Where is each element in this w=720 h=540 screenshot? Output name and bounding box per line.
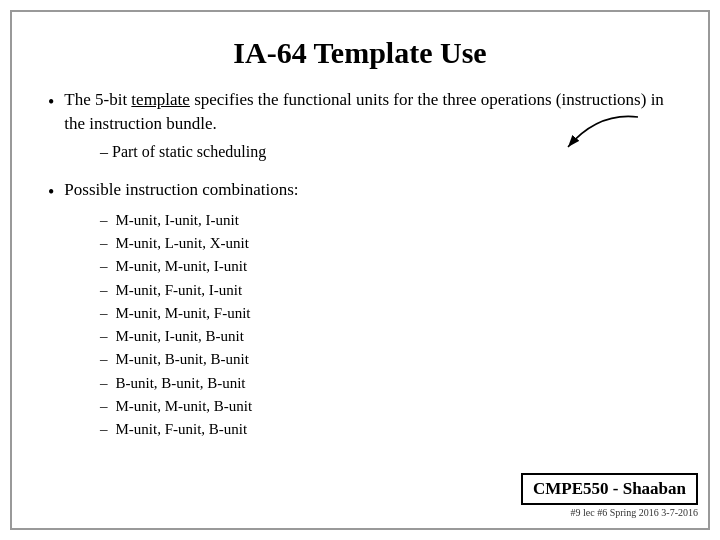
bullet-2-section: • Possible instruction combinations: –M-… bbox=[48, 178, 672, 442]
list-item: –M-unit, I-unit, I-unit bbox=[100, 209, 672, 232]
bullet-2: • Possible instruction combinations: bbox=[48, 178, 672, 205]
bullet-1-section: • The 5-bit template specifies the funct… bbox=[48, 88, 672, 164]
list-item: –M-unit, M-unit, I-unit bbox=[100, 255, 672, 278]
list-item: –M-unit, I-unit, B-unit bbox=[100, 325, 672, 348]
list-item: –M-unit, F-unit, B-unit bbox=[100, 418, 672, 441]
list-item-text: M-unit, L-unit, X-unit bbox=[116, 232, 249, 255]
slide-title: IA-64 Template Use bbox=[48, 36, 672, 70]
list-items-container: –M-unit, I-unit, I-unit–M-unit, L-unit, … bbox=[100, 209, 672, 442]
list-item-text: B-unit, B-unit, B-unit bbox=[116, 372, 246, 395]
bullet-1: • The 5-bit template specifies the funct… bbox=[48, 88, 672, 136]
list-item: –M-unit, M-unit, B-unit bbox=[100, 395, 672, 418]
list-dash: – bbox=[100, 372, 108, 395]
list-item-text: M-unit, M-unit, F-unit bbox=[116, 302, 251, 325]
list-dash: – bbox=[100, 302, 108, 325]
sub-bullet-1-text: – Part of static scheduling bbox=[100, 140, 266, 164]
list-item-text: M-unit, M-unit, B-unit bbox=[116, 395, 253, 418]
list-dash: – bbox=[100, 395, 108, 418]
bullet-1-underlined: template bbox=[131, 90, 190, 109]
list-dash: – bbox=[100, 255, 108, 278]
list-item-text: M-unit, F-unit, I-unit bbox=[116, 279, 243, 302]
list-item-text: M-unit, I-unit, B-unit bbox=[116, 325, 244, 348]
list-item-text: M-unit, B-unit, B-unit bbox=[116, 348, 249, 371]
list-item-text: M-unit, M-unit, I-unit bbox=[116, 255, 248, 278]
list-item: –M-unit, M-unit, F-unit bbox=[100, 302, 672, 325]
list-dash: – bbox=[100, 348, 108, 371]
footer-badge: CMPE550 - Shaaban bbox=[521, 473, 698, 505]
bullet-dot-1: • bbox=[48, 90, 54, 115]
list-item: –B-unit, B-unit, B-unit bbox=[100, 372, 672, 395]
bullet-2-text: Possible instruction combinations: bbox=[64, 178, 672, 202]
list-item: –M-unit, L-unit, X-unit bbox=[100, 232, 672, 255]
list-dash: – bbox=[100, 418, 108, 441]
list-dash: – bbox=[100, 232, 108, 255]
bullet-1-sub: – Part of static scheduling bbox=[100, 140, 672, 164]
list-dash: – bbox=[100, 279, 108, 302]
list-item: –M-unit, B-unit, B-unit bbox=[100, 348, 672, 371]
list-item: –M-unit, F-unit, I-unit bbox=[100, 279, 672, 302]
footer: CMPE550 - Shaaban #9 lec #6 Spring 2016 … bbox=[521, 473, 698, 518]
list-dash: – bbox=[100, 325, 108, 348]
bullet-1-text: The 5-bit template specifies the functio… bbox=[64, 88, 672, 136]
slide: IA-64 Template Use • The 5-bit template … bbox=[10, 10, 710, 530]
list-item-text: M-unit, F-unit, B-unit bbox=[116, 418, 248, 441]
list-dash: – bbox=[100, 209, 108, 232]
bullet-dot-2: • bbox=[48, 180, 54, 205]
list-item-text: M-unit, I-unit, I-unit bbox=[116, 209, 239, 232]
footer-sub: #9 lec #6 Spring 2016 3-7-2016 bbox=[571, 507, 699, 518]
bullet-1-text-before: The 5-bit bbox=[64, 90, 131, 109]
